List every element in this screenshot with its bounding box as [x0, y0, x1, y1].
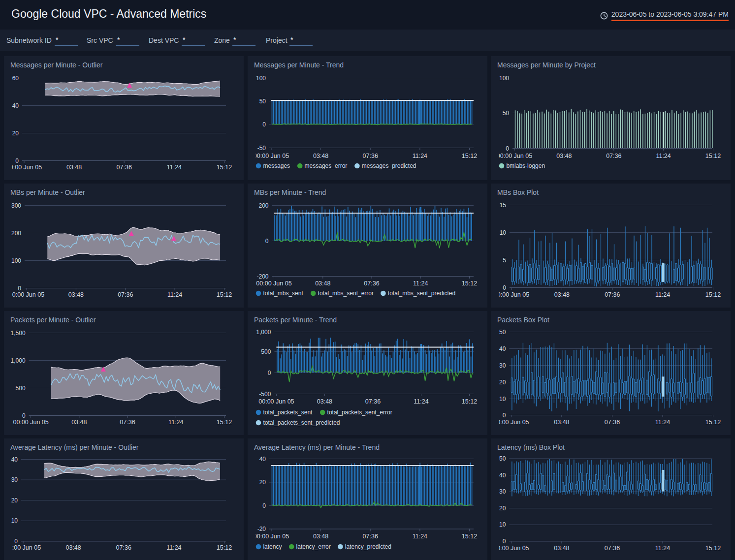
- svg-text:15:12: 15:12: [705, 545, 721, 552]
- svg-text:200: 200: [11, 230, 21, 237]
- svg-text:00:00 Jun 05: 00:00 Jun 05: [254, 533, 289, 540]
- svg-text:bmlabs-loggen: bmlabs-loggen: [506, 162, 545, 169]
- svg-text:1,000: 1,000: [11, 357, 26, 364]
- svg-text:11:24: 11:24: [655, 545, 670, 552]
- svg-text:03:48: 03:48: [554, 291, 570, 298]
- svg-text:15:12: 15:12: [462, 398, 477, 405]
- svg-text:07:36: 07:36: [364, 280, 379, 287]
- svg-text:5: 5: [503, 257, 506, 264]
- svg-text:03:48: 03:48: [315, 280, 330, 287]
- svg-text:00:00 Jun 05: 00:00 Jun 05: [497, 153, 532, 159]
- svg-text:10: 10: [499, 396, 506, 403]
- svg-text:total_mbs_sent_error: total_mbs_sent_error: [318, 290, 374, 297]
- svg-text:11:24: 11:24: [413, 153, 427, 159]
- svg-text:00:00 Jun 05: 00:00 Jun 05: [9, 291, 44, 298]
- svg-text:50: 50: [503, 110, 510, 117]
- svg-text:10: 10: [11, 517, 18, 524]
- svg-text:07:36: 07:36: [120, 419, 135, 426]
- svg-text:messages: messages: [263, 162, 290, 169]
- svg-text:15:12: 15:12: [462, 153, 477, 159]
- svg-text:15:12: 15:12: [217, 291, 232, 298]
- svg-text:Average Latency (ms) per Minut: Average Latency (ms) per Minute - Outlie…: [10, 443, 139, 451]
- svg-text:30: 30: [11, 476, 18, 483]
- svg-text:100: 100: [499, 75, 509, 82]
- svg-text:total_packets_sent: total_packets_sent: [263, 409, 313, 416]
- svg-text:07:36: 07:36: [605, 419, 620, 426]
- svg-text:03:48: 03:48: [317, 398, 332, 405]
- svg-text:300: 300: [11, 202, 21, 209]
- svg-text:20: 20: [12, 130, 19, 137]
- svg-text:500: 500: [261, 348, 271, 355]
- svg-text:MBs per Minute - Trend: MBs per Minute - Trend: [254, 188, 326, 196]
- svg-text:11:24: 11:24: [413, 533, 427, 540]
- svg-text:07:36: 07:36: [605, 545, 620, 552]
- svg-text:07:36: 07:36: [605, 291, 620, 298]
- svg-text:07:36: 07:36: [363, 153, 378, 159]
- svg-text:0: 0: [262, 502, 266, 509]
- svg-text:100: 100: [11, 257, 21, 264]
- svg-text:15:12: 15:12: [462, 533, 477, 540]
- svg-text:03:48: 03:48: [554, 419, 569, 426]
- svg-text:10: 10: [499, 521, 506, 528]
- svg-text:15:12: 15:12: [217, 164, 232, 171]
- svg-text:messages_predicted: messages_predicted: [362, 162, 416, 169]
- svg-text:11:24: 11:24: [168, 419, 183, 426]
- svg-text:15:12: 15:12: [705, 153, 721, 159]
- svg-text:07:36: 07:36: [363, 533, 378, 540]
- svg-text:11:24: 11:24: [655, 419, 670, 426]
- svg-text:00:00 Jun 05: 00:00 Jun 05: [493, 545, 529, 552]
- svg-text:11:24: 11:24: [166, 544, 181, 551]
- svg-text:0: 0: [503, 538, 506, 545]
- svg-text:latency_predicted: latency_predicted: [345, 543, 391, 550]
- svg-text:40: 40: [12, 102, 19, 109]
- svg-text:0: 0: [22, 412, 26, 419]
- svg-text:50: 50: [499, 455, 506, 462]
- svg-text:0: 0: [15, 157, 19, 164]
- svg-text:40: 40: [499, 472, 506, 479]
- svg-text:40: 40: [499, 345, 506, 352]
- svg-text:40: 40: [11, 456, 18, 463]
- svg-text:07:36: 07:36: [117, 164, 132, 171]
- svg-text:00:00 Jun 05: 00:00 Jun 05: [256, 280, 291, 287]
- svg-text:20: 20: [499, 505, 506, 512]
- svg-text:11:24: 11:24: [655, 291, 670, 298]
- svg-text:total_packets_sent_predicted: total_packets_sent_predicted: [263, 419, 340, 426]
- svg-text:Packets Box Plot: Packets Box Plot: [497, 316, 549, 324]
- svg-text:-200: -200: [256, 273, 268, 280]
- svg-text:03:48: 03:48: [66, 164, 82, 171]
- svg-text:07:36: 07:36: [606, 153, 621, 159]
- svg-text:20: 20: [499, 379, 506, 386]
- svg-text:03:48: 03:48: [554, 545, 569, 552]
- svg-text:0: 0: [262, 121, 266, 128]
- svg-text:total_mbs_sent_predicted: total_mbs_sent_predicted: [388, 290, 455, 297]
- svg-text:11:24: 11:24: [167, 291, 182, 298]
- svg-text:messages_error: messages_error: [305, 162, 348, 169]
- svg-text:Packets per Minute - Outlier: Packets per Minute - Outlier: [10, 316, 96, 324]
- svg-text:total_mbs_sent: total_mbs_sent: [263, 290, 303, 297]
- svg-text:50: 50: [499, 329, 506, 336]
- svg-text:100: 100: [256, 75, 266, 82]
- svg-text:40: 40: [259, 456, 266, 463]
- svg-text:1,000: 1,000: [256, 329, 271, 336]
- svg-text:10: 10: [500, 229, 507, 236]
- svg-text:0: 0: [14, 538, 18, 545]
- svg-text:total_packets_sent_error: total_packets_sent_error: [327, 409, 392, 416]
- svg-text:0: 0: [503, 412, 506, 419]
- svg-text:15:12: 15:12: [462, 280, 477, 287]
- svg-text:1,500: 1,500: [11, 330, 26, 337]
- svg-text:15:12: 15:12: [705, 291, 721, 298]
- svg-text:MBs Box Plot: MBs Box Plot: [497, 188, 539, 196]
- svg-text:-20: -20: [257, 526, 266, 532]
- svg-text:Messages per Minute - Trend: Messages per Minute - Trend: [254, 61, 344, 69]
- svg-text:00:00 Jun 05: 00:00 Jun 05: [258, 398, 294, 405]
- svg-text:-50: -50: [257, 145, 266, 152]
- svg-text:-500: -500: [259, 391, 271, 398]
- svg-text:0: 0: [503, 284, 506, 291]
- svg-text:15: 15: [500, 202, 507, 209]
- svg-text:latency: latency: [263, 543, 282, 550]
- svg-text:11:24: 11:24: [413, 280, 428, 287]
- svg-text:11:24: 11:24: [167, 164, 182, 171]
- svg-text:30: 30: [499, 362, 506, 369]
- svg-text:30: 30: [499, 488, 506, 495]
- svg-text:03:48: 03:48: [71, 419, 87, 426]
